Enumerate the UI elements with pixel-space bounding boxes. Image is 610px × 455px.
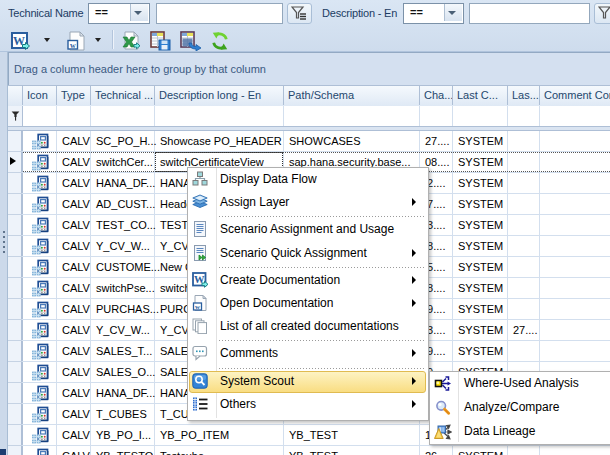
- svg-text:w: w: [70, 41, 76, 50]
